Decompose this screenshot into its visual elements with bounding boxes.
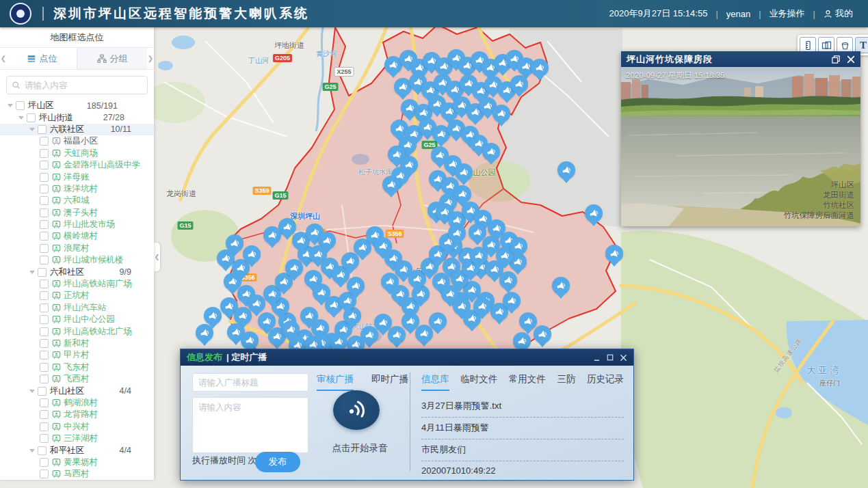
file-item[interactable]: 市民朋友们: [421, 439, 624, 461]
speaker-marker[interactable]: [473, 297, 491, 315]
tree-checkbox[interactable]: [40, 375, 49, 383]
speaker-marker[interactable]: [482, 143, 500, 161]
tree-leaf-坪山高铁站北广场[interactable]: 坪山高铁站北广场: [0, 325, 154, 337]
tree-leaf-新和村[interactable]: 新和村: [0, 338, 154, 349]
dialog-titlebar[interactable]: 信息发布 | 定时广播: [181, 349, 633, 366]
tree-checkbox[interactable]: [27, 113, 36, 122]
tree-checkbox[interactable]: [40, 196, 49, 205]
header-username[interactable]: yenan: [726, 9, 750, 19]
speaker-marker[interactable]: [241, 331, 259, 349]
speaker-marker[interactable]: [341, 252, 359, 270]
speaker-marker[interactable]: [470, 247, 488, 265]
video-feed[interactable]: 2020-09-27 星期日 15:18:35 坪山区龙田街道竹坑社区竹坑保障房…: [621, 67, 860, 226]
tree-leaf-正坑村[interactable]: 正坑村: [0, 290, 154, 301]
file-tab-历史记录[interactable]: 历史记录: [587, 373, 624, 391]
file-tab-信息库[interactable]: 信息库: [421, 373, 449, 391]
tree-checkbox[interactable]: [38, 268, 47, 277]
tree-leaf-横岭塘村[interactable]: 横岭塘村: [0, 230, 154, 242]
speaker-marker[interactable]: [531, 59, 549, 77]
speaker-marker[interactable]: [585, 204, 603, 222]
tree-checkbox[interactable]: [40, 244, 49, 253]
tree-leaf-三洋湖村[interactable]: 三洋湖村: [0, 433, 154, 444]
tree-leaf-飞西村[interactable]: 飞西村: [0, 373, 154, 385]
speaker-marker[interactable]: [503, 292, 521, 310]
speaker-marker[interactable]: [243, 245, 261, 263]
speaker-marker[interactable]: [285, 259, 303, 277]
dialog-minimize-icon[interactable]: [593, 354, 601, 362]
search-input[interactable]: [6, 76, 148, 94]
tree-node-六和社区[interactable]: 六和社区9/9: [0, 266, 154, 277]
tree-node-坪山街道[interactable]: 坪山街道27/28: [0, 111, 154, 123]
tree-leaf-澳子头村[interactable]: 澳子头村: [0, 207, 154, 219]
file-item[interactable]: 2020071010:49:22: [421, 461, 624, 481]
tree-checkbox[interactable]: [40, 410, 49, 419]
speaker-marker[interactable]: [204, 307, 222, 325]
tree-node-六联社区[interactable]: 六联社区10/11: [0, 124, 154, 135]
tree-checkbox[interactable]: [40, 137, 49, 146]
tree-checkbox[interactable]: [38, 125, 47, 134]
expand-caret-icon[interactable]: [29, 269, 36, 275]
frame-select-button[interactable]: 地图框选点位: [0, 27, 154, 48]
speaker-marker[interactable]: [492, 105, 510, 122]
tree-leaf-坪山批发市场[interactable]: 坪山批发市场: [0, 219, 154, 230]
file-item[interactable]: 4月11日暴雨预警: [421, 418, 624, 439]
expand-caret-icon[interactable]: [7, 103, 14, 109]
tree-leaf-天虹商场[interactable]: 天虹商场: [0, 148, 154, 159]
sidebar-tab-分组[interactable]: 分组: [77, 48, 147, 69]
speaker-marker[interactable]: [415, 325, 433, 342]
speaker-marker[interactable]: [196, 324, 213, 342]
sidebar-collapse-handle[interactable]: ❮: [154, 243, 160, 271]
tree-leaf-坪山中心公园[interactable]: 坪山中心公园: [0, 314, 154, 325]
tree-checkbox[interactable]: [40, 256, 49, 265]
file-tab-常用文件[interactable]: 常用文件: [509, 373, 546, 391]
publish-button[interactable]: 发布: [255, 452, 300, 472]
dialog-close-icon[interactable]: [620, 354, 627, 362]
tree-checkbox[interactable]: [40, 470, 49, 478]
tree-leaf-珠洋坑村[interactable]: 珠洋坑村: [0, 183, 154, 195]
speaker-marker[interactable]: [448, 224, 466, 242]
file-tab-临时文件[interactable]: 临时文件: [460, 373, 497, 391]
speaker-marker[interactable]: [534, 325, 551, 343]
speaker-marker[interactable]: [248, 295, 265, 312]
speaker-marker[interactable]: [347, 277, 365, 295]
tree-leaf-鹤湖浪村[interactable]: 鹤湖浪村: [0, 397, 154, 409]
tree-checkbox[interactable]: [40, 232, 49, 241]
broadcast-tab-即时广播[interactable]: 即时广播: [371, 373, 408, 391]
expand-caret-icon[interactable]: [29, 447, 36, 454]
tree-checkbox[interactable]: [40, 398, 49, 407]
tree-leaf-坪山城市候机楼[interactable]: 坪山城市候机楼: [0, 254, 154, 266]
record-hint[interactable]: 点击开始录音: [322, 442, 397, 455]
tree-checkbox[interactable]: [38, 387, 47, 396]
tree-leaf-福昌小区[interactable]: 福昌小区: [0, 135, 154, 147]
broadcast-title-input[interactable]: [192, 373, 308, 392]
video-restore-icon[interactable]: [832, 55, 840, 64]
tree-checkbox[interactable]: [40, 315, 49, 324]
speaker-marker[interactable]: [402, 312, 419, 330]
tree-checkbox[interactable]: [40, 161, 49, 170]
tree-checkbox[interactable]: [40, 339, 49, 348]
speaker-marker[interactable]: [557, 161, 575, 179]
speaker-marker[interactable]: [388, 326, 406, 344]
tree-leaf-黄果坜村[interactable]: 黄果坜村: [0, 457, 154, 468]
record-button[interactable]: [333, 390, 380, 430]
broadcast-content-input[interactable]: [192, 397, 308, 453]
tree-checkbox[interactable]: [40, 291, 49, 300]
tree-checkbox[interactable]: [16, 101, 25, 110]
business-menu[interactable]: 业务操作: [770, 8, 805, 20]
speaker-marker[interactable]: [552, 277, 570, 295]
tree-leaf-洋母账[interactable]: 洋母账: [0, 171, 154, 182]
broadcast-tab-审核广播[interactable]: 审核广播: [317, 373, 354, 391]
tree-leaf-金碧路坪山高级中学[interactable]: 金碧路坪山高级中学: [0, 159, 154, 171]
speaker-marker[interactable]: [519, 312, 537, 330]
sidebar-tab-点位[interactable]: 点位: [7, 48, 77, 69]
expand-caret-icon[interactable]: [29, 388, 36, 394]
speaker-marker[interactable]: [455, 163, 473, 181]
tree-leaf-六和城[interactable]: 六和城: [0, 195, 154, 206]
tree-node-坪山社区[interactable]: 坪山社区4/4: [0, 385, 154, 396]
tree-checkbox[interactable]: [40, 458, 49, 467]
tree-checkbox[interactable]: [40, 185, 49, 193]
speaker-marker[interactable]: [605, 245, 623, 262]
tree-leaf-甲片村[interactable]: 甲片村: [0, 349, 154, 361]
tree-leaf-飞东村[interactable]: 飞东村: [0, 362, 154, 373]
expand-caret-icon[interactable]: [29, 126, 36, 133]
